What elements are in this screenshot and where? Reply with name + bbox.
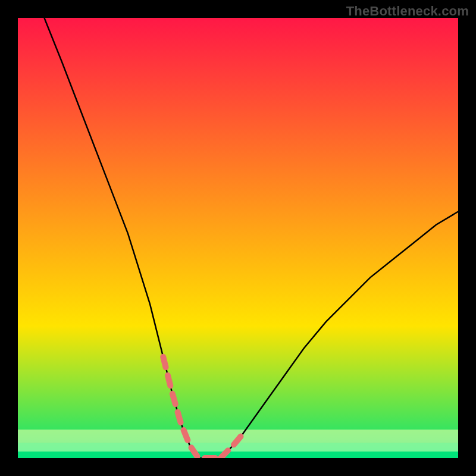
gradient-background xyxy=(18,18,458,458)
chart-frame: TheBottleneck.com xyxy=(0,0,476,476)
watermark-text: TheBottleneck.com xyxy=(346,4,469,19)
svg-rect-2 xyxy=(18,452,458,458)
plot-area xyxy=(18,18,458,458)
bottleneck-chart-svg xyxy=(18,18,458,458)
